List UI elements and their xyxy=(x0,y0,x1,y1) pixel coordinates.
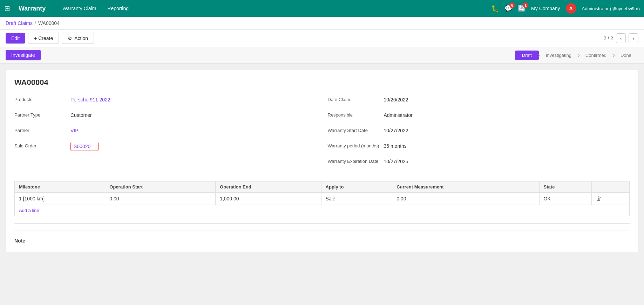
cell-apply-to: Sale xyxy=(321,193,392,205)
cell-op-start: 0.00 xyxy=(105,193,216,205)
form-card: WA00004 Products Porsche 911 2022 Partne… xyxy=(6,69,638,252)
sale-order-label: Sale Order xyxy=(14,142,70,148)
company-name: My Company xyxy=(531,6,560,11)
cell-current-measurement: 0.00 xyxy=(392,193,539,205)
delete-row-icon[interactable]: 🗑 xyxy=(596,195,602,201)
milestones-table: Milestone Operation Start Operation End … xyxy=(14,181,630,205)
top-nav-right: 🐛 💬 6 🔄 1 My Company A Administrator (fj… xyxy=(491,3,640,14)
col-actions xyxy=(592,181,630,193)
sale-order-field[interactable]: S00020 xyxy=(70,142,99,151)
breadcrumb-parent[interactable]: Draft Claims xyxy=(6,20,33,26)
status-steps: Draft Investigating Confirmed Done xyxy=(515,51,638,60)
update-badge: 1 xyxy=(523,2,528,8)
top-nav: ⊞ Warranty Warranty Claim Reporting 🐛 💬 … xyxy=(0,0,644,17)
date-claim-label: Date Claim xyxy=(328,95,384,102)
add-line-button[interactable]: Add a line xyxy=(14,205,630,216)
breadcrumb-separator: / xyxy=(35,20,36,26)
partner-row: Partner VIP xyxy=(14,126,317,138)
nav-reporting[interactable]: Reporting xyxy=(104,4,131,13)
status-investigating[interactable]: Investigating xyxy=(539,51,578,60)
warranty-expiration-value: 10/27/2025 xyxy=(384,157,630,164)
date-claim-row: Date Claim 10/26/2022 xyxy=(328,95,630,107)
toolbar-right: 2 / 2 ‹ › xyxy=(604,33,638,43)
warranty-period-value: 36 months xyxy=(384,142,630,149)
products-value[interactable]: Porsche 911 2022 xyxy=(70,95,317,102)
grid-icon[interactable]: ⊞ xyxy=(4,4,10,13)
table-header-row: Milestone Operation Start Operation End … xyxy=(15,181,630,193)
warranty-period-label: Warranty period (months) xyxy=(328,142,384,148)
avatar: A xyxy=(566,3,576,14)
chat-badge: 6 xyxy=(509,2,515,8)
col-op-end: Operation End xyxy=(216,181,321,193)
cell-op-end: 1,000.00 xyxy=(216,193,321,205)
partner-type-value: Customer xyxy=(70,111,317,118)
warranty-period-row: Warranty period (months) 36 months xyxy=(328,142,630,153)
gear-icon: ⚙ xyxy=(68,35,72,41)
status-done[interactable]: Done xyxy=(614,51,638,60)
responsible-label: Responsible xyxy=(328,111,384,118)
warranty-expiration-row: Warranty Expiration Date 10/27/2025 xyxy=(328,157,630,168)
form-title: WA00004 xyxy=(14,78,630,87)
action-label: Action xyxy=(74,35,88,41)
col-op-start: Operation Start xyxy=(105,181,216,193)
cell-milestone: 1 [1000 km] xyxy=(15,193,105,205)
col-milestone: Milestone xyxy=(15,181,105,193)
col-state: State xyxy=(539,181,591,193)
col-apply-to: Apply to xyxy=(321,181,392,193)
warranty-start-value: 10/27/2022 xyxy=(384,126,630,133)
sale-order-row: Sale Order S00020 xyxy=(14,142,317,153)
partner-value[interactable]: VIP xyxy=(70,126,317,133)
table-row: 1 [1000 km] 0.00 1,000.00 Sale 0.00 OK 🗑 xyxy=(15,193,630,205)
warranty-expiration-label: Warranty Expiration Date xyxy=(328,157,384,164)
chat-icon-btn[interactable]: 💬 6 xyxy=(504,5,512,12)
prev-record-button[interactable]: ‹ xyxy=(616,33,626,43)
cell-delete[interactable]: 🗑 xyxy=(592,193,630,205)
responsible-value: Administrator xyxy=(384,111,630,118)
cell-state: OK xyxy=(539,193,591,205)
divider-1 xyxy=(14,223,630,224)
record-counter: 2 / 2 xyxy=(604,35,613,41)
status-confirmed[interactable]: Confirmed xyxy=(578,51,614,60)
next-record-button[interactable]: › xyxy=(629,33,638,43)
status-draft[interactable]: Draft xyxy=(515,51,539,60)
form-columns: Products Porsche 911 2022 Partner Type C… xyxy=(14,95,630,173)
warranty-start-label: Warranty Start Date xyxy=(328,126,384,133)
status-bar: Investigate Draft Investigating Confirme… xyxy=(0,47,644,64)
investigate-button[interactable]: Investigate xyxy=(6,50,41,60)
form-left-col: Products Porsche 911 2022 Partner Type C… xyxy=(14,95,317,173)
responsible-row: Responsible Administrator xyxy=(328,111,630,122)
col-current-measurement: Current Measurement xyxy=(392,181,539,193)
user-name: Administrator (fj6nyue0vi9m) xyxy=(582,6,640,11)
form-right-col: Date Claim 10/26/2022 Responsible Admini… xyxy=(328,95,630,173)
breadcrumb: Draft Claims / WA00004 xyxy=(0,17,644,30)
update-icon-btn[interactable]: 🔄 1 xyxy=(518,5,526,12)
partner-type-row: Partner Type Customer xyxy=(14,111,317,122)
main-content: WA00004 Products Porsche 911 2022 Partne… xyxy=(0,64,644,258)
bug-icon-btn[interactable]: 🐛 xyxy=(491,5,499,12)
toolbar: Edit + Create ⚙ Action 2 / 2 ‹ › xyxy=(0,30,644,47)
app-title: Warranty xyxy=(19,5,46,12)
nav-warranty-claim[interactable]: Warranty Claim xyxy=(60,4,99,13)
create-button[interactable]: + Create xyxy=(28,33,59,44)
partner-label: Partner xyxy=(14,126,70,133)
action-button[interactable]: ⚙ Action xyxy=(62,33,94,44)
breadcrumb-current: WA00004 xyxy=(38,20,60,26)
edit-button[interactable]: Edit xyxy=(6,33,25,44)
partner-type-label: Partner Type xyxy=(14,111,70,118)
warranty-start-row: Warranty Start Date 10/27/2022 xyxy=(328,126,630,138)
date-claim-value: 10/26/2022 xyxy=(384,95,630,102)
products-row: Products Porsche 911 2022 xyxy=(14,95,317,107)
products-label: Products xyxy=(14,95,70,102)
note-label: Note xyxy=(14,238,630,244)
divider-2 xyxy=(14,231,630,231)
